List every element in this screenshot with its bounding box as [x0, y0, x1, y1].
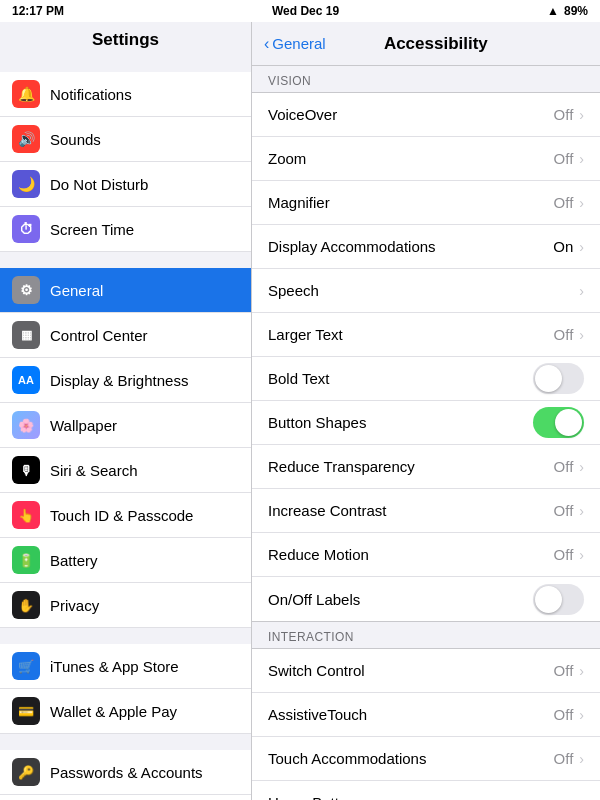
- toggle-knob: [535, 586, 562, 613]
- sidebar-item-itunes[interactable]: 🛒 iTunes & App Store: [0, 644, 251, 689]
- row-label: AssistiveTouch: [268, 706, 554, 723]
- row-touch-accommodations[interactable]: Touch Accommodations Off ›: [252, 737, 600, 781]
- control-center-icon: ▦: [12, 321, 40, 349]
- sidebar-item-label: Display & Brightness: [50, 372, 188, 389]
- display-icon: AA: [12, 366, 40, 394]
- row-value: Off: [554, 662, 574, 679]
- row-larger-text[interactable]: Larger Text Off ›: [252, 313, 600, 357]
- sidebar-item-wallet[interactable]: 💳 Wallet & Apple Pay: [0, 689, 251, 734]
- sidebar-section-4: 🔑 Passwords & Accounts ✉ Mail 👤 Contacts…: [0, 734, 251, 800]
- spacer: [0, 56, 251, 72]
- screen-time-icon: ⏱: [12, 215, 40, 243]
- chevron-right-icon: ›: [579, 459, 584, 475]
- row-value: On: [553, 238, 573, 255]
- row-button-shapes[interactable]: Button Shapes: [252, 401, 600, 445]
- row-display-accommodations[interactable]: Display Accommodations On ›: [252, 225, 600, 269]
- sidebar-item-label: Battery: [50, 552, 98, 569]
- spacer: [0, 628, 251, 644]
- sidebar-item-mail[interactable]: ✉ Mail: [0, 795, 251, 800]
- main-layout: Settings 🔔 Notifications 🔊 Sounds 🌙: [0, 22, 600, 800]
- row-magnifier[interactable]: Magnifier Off ›: [252, 181, 600, 225]
- sidebar-item-touch-id[interactable]: 👆 Touch ID & Passcode: [0, 493, 251, 538]
- sidebar-item-screen-time[interactable]: ⏱ Screen Time: [0, 207, 251, 252]
- sidebar-item-privacy[interactable]: ✋ Privacy: [0, 583, 251, 628]
- sidebar-section-1: 🔔 Notifications 🔊 Sounds 🌙 Do Not Distur…: [0, 56, 251, 252]
- row-voiceover[interactable]: VoiceOver Off ›: [252, 93, 600, 137]
- battery-text: 89%: [564, 4, 588, 18]
- passwords-icon: 🔑: [12, 758, 40, 786]
- sidebar-item-battery[interactable]: 🔋 Battery: [0, 538, 251, 583]
- row-value: Off: [554, 706, 574, 723]
- row-value: Off: [554, 502, 574, 519]
- row-value: Off: [554, 458, 574, 475]
- right-panel: ‹ General Accessibility VISION VoiceOver…: [252, 22, 600, 800]
- sidebar-item-label: Control Center: [50, 327, 148, 344]
- row-label: Speech: [268, 282, 573, 299]
- chevron-right-icon: ›: [579, 795, 584, 801]
- row-value: Off: [554, 326, 574, 343]
- status-bar: 12:17 PM Wed Dec 19 ▲ 89%: [0, 0, 600, 22]
- row-label: Bold Text: [268, 370, 533, 387]
- onoff-labels-toggle[interactable]: [533, 584, 584, 615]
- row-value: Off: [554, 150, 574, 167]
- interaction-group: Switch Control Off › AssistiveTouch Off …: [252, 648, 600, 800]
- row-label: Home Button: [268, 794, 573, 800]
- sidebar-item-label: General: [50, 282, 103, 299]
- row-onoff-labels[interactable]: On/Off Labels: [252, 577, 600, 621]
- sidebar: Settings 🔔 Notifications 🔊 Sounds 🌙: [0, 22, 252, 800]
- bold-text-toggle[interactable]: [533, 363, 584, 394]
- sidebar-item-label: Wallet & Apple Pay: [50, 703, 177, 720]
- sidebar-item-label: Privacy: [50, 597, 99, 614]
- wifi-icon: ▲: [547, 4, 559, 18]
- sidebar-item-control-center[interactable]: ▦ Control Center: [0, 313, 251, 358]
- row-increase-contrast[interactable]: Increase Contrast Off ›: [252, 489, 600, 533]
- status-right: ▲ 89%: [547, 4, 588, 18]
- sidebar-item-notifications[interactable]: 🔔 Notifications: [0, 72, 251, 117]
- sidebar-item-label: Sounds: [50, 131, 101, 148]
- back-button[interactable]: ‹ General: [264, 35, 326, 53]
- sidebar-item-wallpaper[interactable]: 🌸 Wallpaper: [0, 403, 251, 448]
- battery-icon: 🔋: [12, 546, 40, 574]
- sidebar-item-label: Wallpaper: [50, 417, 117, 434]
- row-value: Off: [554, 106, 574, 123]
- chevron-right-icon: ›: [579, 751, 584, 767]
- sidebar-item-sounds[interactable]: 🔊 Sounds: [0, 117, 251, 162]
- row-value: Off: [554, 194, 574, 211]
- row-label: Button Shapes: [268, 414, 533, 431]
- row-assistivetouch[interactable]: AssistiveTouch Off ›: [252, 693, 600, 737]
- sidebar-item-display[interactable]: AA Display & Brightness: [0, 358, 251, 403]
- interaction-section: INTERACTION Switch Control Off › Assisti…: [252, 622, 600, 800]
- sidebar-item-label: Siri & Search: [50, 462, 138, 479]
- chevron-right-icon: ›: [579, 547, 584, 563]
- general-icon: ⚙: [12, 276, 40, 304]
- row-label: On/Off Labels: [268, 591, 533, 608]
- sounds-icon: 🔊: [12, 125, 40, 153]
- row-label: Zoom: [268, 150, 554, 167]
- sidebar-item-label: Touch ID & Passcode: [50, 507, 193, 524]
- row-zoom[interactable]: Zoom Off ›: [252, 137, 600, 181]
- row-home-button[interactable]: Home Button ›: [252, 781, 600, 800]
- row-label: Larger Text: [268, 326, 554, 343]
- button-shapes-toggle[interactable]: [533, 407, 584, 438]
- chevron-right-icon: ›: [579, 239, 584, 255]
- row-speech[interactable]: Speech ›: [252, 269, 600, 313]
- row-bold-text[interactable]: Bold Text: [252, 357, 600, 401]
- row-value: Off: [554, 750, 574, 767]
- right-header: ‹ General Accessibility: [252, 22, 600, 66]
- row-label: Touch Accommodations: [268, 750, 554, 767]
- privacy-icon: ✋: [12, 591, 40, 619]
- row-switch-control[interactable]: Switch Control Off ›: [252, 649, 600, 693]
- notifications-icon: 🔔: [12, 80, 40, 108]
- siri-icon: 🎙: [12, 456, 40, 484]
- row-reduce-transparency[interactable]: Reduce Transparency Off ›: [252, 445, 600, 489]
- row-reduce-motion[interactable]: Reduce Motion Off ›: [252, 533, 600, 577]
- row-label: Increase Contrast: [268, 502, 554, 519]
- status-date: Wed Dec 19: [272, 4, 339, 18]
- sidebar-item-label: Notifications: [50, 86, 132, 103]
- vision-section-header: VISION: [252, 66, 600, 92]
- sidebar-item-passwords[interactable]: 🔑 Passwords & Accounts: [0, 750, 251, 795]
- chevron-right-icon: ›: [579, 283, 584, 299]
- sidebar-item-siri[interactable]: 🎙 Siri & Search: [0, 448, 251, 493]
- sidebar-item-general[interactable]: ⚙ General: [0, 268, 251, 313]
- sidebar-item-dnd[interactable]: 🌙 Do Not Disturb: [0, 162, 251, 207]
